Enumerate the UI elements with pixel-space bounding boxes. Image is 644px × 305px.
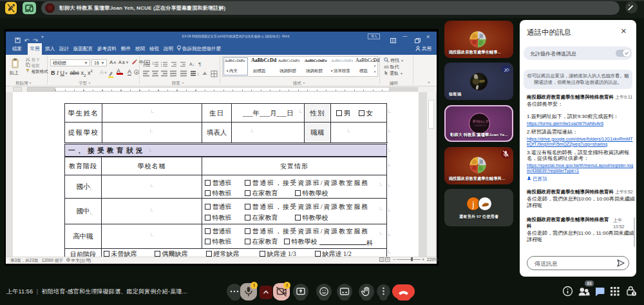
svg-text:A↓: A↓ xyxy=(189,62,194,66)
svg-text:¶: ¶ xyxy=(198,61,201,67)
svg-text:↕: ↕ xyxy=(197,72,200,76)
svg-text:1.: 1. xyxy=(152,61,155,65)
